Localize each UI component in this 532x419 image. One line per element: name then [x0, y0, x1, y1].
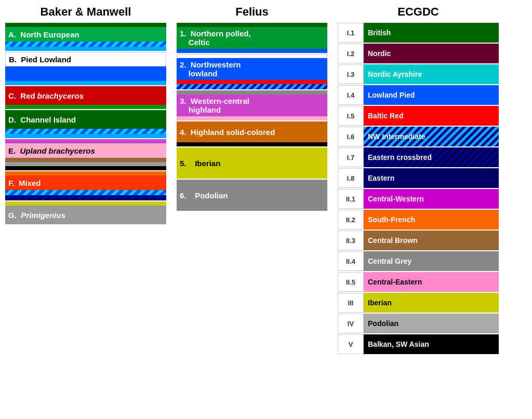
felius-label-2: 2. Northwestern lowland — [180, 60, 241, 78]
felius-column: Felius 1. Northern polled, Celtic 2. Nor… — [174, 5, 330, 414]
ecgdc-color-ii3: Central Brown — [364, 231, 499, 250]
ecgdc-color-i5: Baltic Red — [364, 106, 499, 126]
ecgdc-name-ii2: South-French — [368, 215, 415, 224]
bm-entry-g: G. Primigenius — [5, 201, 166, 224]
ecgdc-color-i2: Nordic — [364, 44, 499, 63]
ecgdc-label-v: V — [338, 334, 364, 354]
ecgdc-entry-i1: I.1 British — [338, 23, 499, 43]
ecgdc-name-iv: Podolian — [368, 319, 398, 328]
felius-entry-3: 3. Western-central highland — [177, 90, 327, 120]
ecgdc-entry-i6: I.6 NW Intermediate — [338, 127, 499, 146]
bm-title: Baker & Manwell — [41, 5, 131, 19]
ecgdc-label-ii2: II.2 — [338, 210, 364, 229]
ecgdc-color-ii1: Central-Western — [364, 189, 499, 209]
bm-label-c: C. Red brachyceros — [8, 91, 84, 100]
ecgdc-label-i7: I.7 — [338, 147, 364, 167]
bm-column: Baker & Manwell A. North European B. Pie… — [3, 5, 169, 414]
felius-label-5: 5. Iberian — [180, 159, 220, 168]
ecgdc-name-i6: NW Intermediate — [368, 132, 425, 141]
ecgdc-entry-ii1: II.1 Central-Western — [338, 189, 499, 209]
ecgdc-name-ii4: Central Grey — [368, 257, 411, 265]
ecgdc-name-ii1: Central-Western — [368, 195, 424, 203]
felius-label-1: 1. Northern polled, Celtic — [180, 29, 251, 47]
ecgdc-name-i1: British — [368, 29, 391, 37]
ecgdc-entry-i2: I.2 Nordic — [338, 44, 499, 63]
ecgdc-label-iv: IV — [338, 314, 364, 333]
ecgdc-entry-iii: III Iberian — [338, 293, 499, 313]
ecgdc-entry-ii5: II.5 Central-Eastern — [338, 272, 499, 292]
bm-entry-b: B. Pied Lowland — [5, 52, 166, 85]
ecgdc-name-ii3: Central Brown — [368, 236, 418, 245]
ecgdc-entry-i4: I.4 Lowland Pied — [338, 85, 499, 105]
felius-entry-2: 2. Northwestern lowland — [177, 54, 327, 89]
ecgdc-color-v: Balkan, SW Asian — [364, 334, 499, 354]
ecgdc-entry-ii4: II.4 Central Grey — [338, 251, 499, 271]
felius-entry-4: 4. Highland solid-colored — [177, 121, 327, 146]
felius-title: Felius — [235, 5, 269, 19]
bm-label-a: A. North European — [8, 30, 79, 39]
ecgdc-label-ii3: II.3 — [338, 231, 364, 250]
ecgdc-color-iii: Iberian — [364, 293, 499, 313]
bm-label-e: E. Upland brachyceros — [8, 146, 95, 155]
ecgdc-name-i4: Lowland Pied — [368, 91, 415, 99]
ecgdc-entry-iv: IV Podolian — [338, 314, 499, 333]
ecgdc-column: ECGDC I.1 British I.2 Nordic I.3 Nordic … — [335, 5, 501, 414]
felius-entry-1: 1. Northern polled, Celtic — [177, 23, 327, 53]
ecgdc-name-v: Balkan, SW Asian — [368, 340, 429, 348]
ecgdc-label-ii1: II.1 — [338, 189, 364, 209]
ecgdc-color-ii4: Central Grey — [364, 251, 499, 271]
ecgdc-color-i8: Eastern — [364, 168, 499, 188]
ecgdc-name-i5: Baltic Red — [368, 112, 403, 120]
ecgdc-entry-v: V Balkan, SW Asian — [338, 334, 499, 354]
ecgdc-color-i7: Eastern crossbred — [364, 147, 499, 167]
ecgdc-name-i2: Nordic — [368, 49, 391, 58]
bm-label-f: F. Mixed — [8, 179, 41, 187]
ecgdc-color-i3: Nordic Ayrshire — [364, 64, 499, 84]
bm-entry-d: D. Channel Island — [5, 110, 166, 138]
ecgdc-label-i3: I.3 — [338, 64, 364, 84]
ecgdc-name-ii5: Central-Eastern — [368, 278, 422, 286]
ecgdc-label-ii5: II.5 — [338, 272, 364, 292]
ecgdc-entry-i8: I.8 Eastern — [338, 168, 499, 188]
bm-entry-e: E. Upland brachyceros — [5, 139, 166, 170]
ecgdc-color-i6: NW Intermediate — [364, 127, 499, 146]
ecgdc-label-i2: I.2 — [338, 44, 364, 63]
ecgdc-name-i8: Eastern — [368, 174, 394, 182]
felius-entry-5: 5. Iberian — [177, 147, 327, 179]
ecgdc-color-i1: British — [364, 23, 499, 43]
ecgdc-color-ii2: South-French — [364, 210, 499, 229]
felius-label-4: 4. Highland solid-colored — [180, 128, 275, 137]
bm-entry-a: A. North European — [5, 23, 166, 51]
ecgdc-title: ECGDC — [397, 5, 438, 19]
ecgdc-name-i7: Eastern crossbred — [368, 153, 432, 161]
ecgdc-name-iii: Iberian — [368, 299, 392, 307]
felius-entry-6: 6. Podolian — [177, 180, 327, 211]
felius-label-6: 6. Podolian — [180, 191, 228, 200]
ecgdc-color-ii5: Central-Eastern — [364, 272, 499, 292]
ecgdc-entry-i5: I.5 Baltic Red — [338, 106, 499, 126]
ecgdc-label-i4: I.4 — [338, 85, 364, 105]
bm-label-b: B. Pied Lowland — [9, 55, 71, 64]
felius-label-3: 3. Western-central highland — [180, 97, 249, 114]
bm-label-d: D. Channel Island — [8, 115, 76, 124]
main-container: Baker & Manwell A. North European B. Pie… — [0, 0, 532, 419]
bm-entry-f: F. Mixed — [5, 171, 166, 200]
ecgdc-label-ii4: II.4 — [338, 251, 364, 271]
ecgdc-label-iii: III — [338, 293, 364, 313]
ecgdc-color-i4: Lowland Pied — [364, 85, 499, 105]
ecgdc-entry-i3: I.3 Nordic Ayrshire — [338, 64, 499, 84]
ecgdc-label-i8: I.8 — [338, 168, 364, 188]
ecgdc-label-i6: I.6 — [338, 127, 364, 146]
ecgdc-entry-i7: I.7 Eastern crossbred — [338, 147, 499, 167]
ecgdc-entry-ii2: II.2 South-French — [338, 210, 499, 229]
ecgdc-label-i1: I.1 — [338, 23, 364, 43]
ecgdc-name-i3: Nordic Ayrshire — [368, 70, 422, 78]
ecgdc-label-i5: I.5 — [338, 106, 364, 126]
bm-entry-c: C. Red brachyceros — [5, 86, 166, 109]
ecgdc-entry-ii3: II.3 Central Brown — [338, 231, 499, 250]
ecgdc-color-iv: Podolian — [364, 314, 499, 333]
bm-label-g: G. Primigenius — [8, 211, 65, 220]
